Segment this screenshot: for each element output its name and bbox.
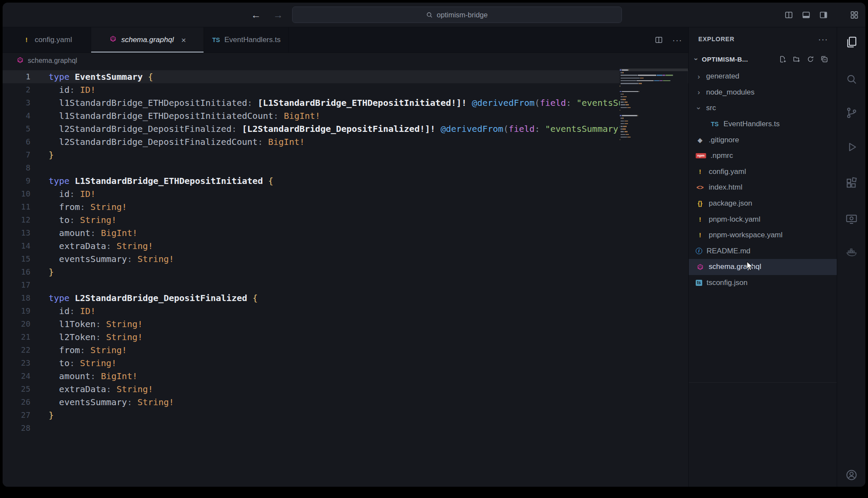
code-line-19[interactable]: id: ID! [3, 305, 688, 318]
chevron-down-icon: › [695, 105, 703, 111]
tree-item-label: node_modules [706, 88, 755, 97]
code-line-26[interactable]: eventsSummary: String! [3, 396, 688, 409]
tree-item-node_modules[interactable]: ›node_modules [689, 85, 837, 101]
search-icon[interactable] [845, 73, 858, 86]
tree-item-label: pnpm-lock.yaml [709, 215, 760, 224]
chevron-right-icon: › [696, 88, 702, 96]
breadcrumb[interactable]: schema.graphql [3, 53, 688, 69]
mouse-cursor [746, 261, 755, 273]
new-file-icon[interactable] [779, 56, 786, 63]
yaml-file-icon: ! [696, 169, 704, 175]
yaml-file-icon: ! [696, 216, 704, 223]
code-line-6[interactable]: l2StandardBridge_DepositFinalizedCount: … [3, 135, 688, 148]
tree-item-.gitignore[interactable]: ◆.gitignore [689, 132, 837, 148]
run-debug-icon[interactable] [845, 141, 858, 154]
code-line-1[interactable]: type EventsSummary { [3, 70, 688, 83]
code-line-4[interactable]: l1StandardBridge_ETHDepositInitiatedCoun… [3, 109, 688, 122]
code-line-3[interactable]: l1StandardBridge_ETHDepositInitiated: [L… [3, 96, 688, 109]
graphql-file-icon [108, 36, 117, 42]
refresh-icon[interactable] [807, 56, 814, 63]
tree-item-src[interactable]: ›src [689, 100, 837, 116]
command-center-search[interactable]: optimism-bridge [292, 7, 622, 23]
editor-region: ! config.yaml schema.graphql × TS EventH… [3, 27, 689, 487]
chevron-right-icon: › [696, 73, 702, 80]
tree-item-pnpm-workspace.yaml[interactable]: !pnpm-workspace.yaml [689, 227, 837, 243]
tab-config-yaml[interactable]: ! config.yaml [3, 27, 91, 52]
code-line-12[interactable]: to: String! [3, 213, 688, 226]
tab-label: config.yaml [35, 36, 72, 44]
tab-label: EventHandlers.ts [224, 36, 280, 44]
npm-file-icon: npm [696, 153, 706, 158]
remote-preview-icon[interactable] [845, 213, 858, 226]
code-line-5[interactable]: l2StandardBridge_DepositFinalized: [L2St… [3, 122, 688, 135]
workspace-section-header[interactable]: › OPTIMISM-B... [689, 51, 837, 67]
code-line-24[interactable]: amount: BigInt! [3, 370, 688, 383]
code-line-17[interactable] [3, 278, 688, 292]
code-line-27[interactable]: } [3, 409, 688, 422]
minimap-line [620, 141, 674, 144]
tree-item-tsconfig.json[interactable]: tstsconfig.json [689, 275, 837, 291]
tree-item-index.html[interactable]: <>index.html [689, 180, 837, 196]
tsconfig-file-icon: ts [696, 280, 702, 286]
extensions-icon[interactable] [845, 177, 858, 190]
code-line-16[interactable]: } [3, 265, 688, 278]
tree-item-label: pnpm-workspace.yaml [709, 231, 783, 239]
code-line-18[interactable]: type L2StandardBridge_DepositFinalized { [3, 292, 688, 305]
tab-schema-graphql[interactable]: schema.graphql × [91, 27, 204, 52]
git-file-icon: ◆ [696, 137, 704, 143]
sidebar-divider [689, 382, 837, 383]
explorer-more-actions-icon[interactable]: ··· [818, 35, 828, 43]
tree-item-label: README.md [707, 247, 750, 256]
code-line-28[interactable] [3, 422, 688, 435]
graphql-file-icon [16, 57, 24, 63]
tree-item-pnpm-lock.yaml[interactable]: !pnpm-lock.yaml [689, 211, 837, 227]
code-lines: type EventsSummary { id: ID! l1StandardB… [3, 70, 688, 435]
tree-item-.npmrc[interactable]: npm.npmrc [689, 148, 837, 164]
toggle-secondary-sidebar-icon[interactable] [819, 11, 828, 19]
minimap[interactable] [620, 69, 688, 487]
tree-item-label: .npmrc [710, 151, 733, 160]
code-line-11[interactable]: from: String! [3, 200, 688, 213]
new-folder-icon[interactable] [793, 56, 800, 63]
code-line-2[interactable]: id: ID! [3, 83, 688, 96]
tree-item-README.md[interactable]: iREADME.md [689, 243, 837, 259]
title-bar: ← → optimism-bridge [3, 3, 865, 27]
breadcrumb-file: schema.graphql [28, 57, 77, 65]
tree-item-label: tsconfig.json [707, 278, 748, 287]
code-line-23[interactable]: to: String! [3, 357, 688, 370]
tab-eventhandlers-ts[interactable]: TS EventHandlers.ts [204, 27, 289, 52]
code-line-13[interactable]: amount: BigInt! [3, 226, 688, 239]
code-line-9[interactable]: type L1StandardBridge_ETHDepositInitiate… [3, 174, 688, 187]
code-editor[interactable]: 1234567891011121314151617181920212223242… [3, 69, 688, 487]
more-actions-icon[interactable]: ··· [672, 36, 682, 44]
code-line-8[interactable] [3, 161, 688, 174]
tree-item-EventHandlers.ts[interactable]: TSEventHandlers.ts [689, 116, 837, 132]
customize-layout-icon[interactable] [850, 11, 858, 19]
tree-item-label: config.yaml [709, 167, 746, 176]
account-icon[interactable] [845, 469, 858, 482]
code-line-10[interactable]: id: ID! [3, 187, 688, 200]
code-line-20[interactable]: l1Token: String! [3, 318, 688, 331]
tab-label: schema.graphql [121, 36, 174, 44]
code-line-21[interactable]: l2Token: String! [3, 331, 688, 344]
collapse-folders-icon[interactable] [821, 56, 828, 63]
code-line-15[interactable]: eventsSummary: String! [3, 252, 688, 265]
code-line-22[interactable]: from: String! [3, 344, 688, 357]
split-editor-icon[interactable] [655, 36, 663, 44]
yaml-file-icon: ! [22, 37, 31, 43]
explorer-icon[interactable] [845, 36, 858, 49]
docker-icon[interactable] [845, 246, 858, 259]
source-control-icon[interactable] [845, 106, 858, 119]
close-tab-icon[interactable]: × [181, 36, 186, 44]
forward-arrow-icon[interactable]: → [273, 9, 283, 21]
split-editor-layout-icon[interactable] [785, 11, 793, 19]
tree-item-schema.graphql[interactable]: schema.graphql [689, 259, 837, 275]
tree-item-config.yaml[interactable]: !config.yaml [689, 164, 837, 180]
back-arrow-icon[interactable]: ← [251, 9, 261, 21]
code-line-7[interactable]: } [3, 148, 688, 161]
code-line-25[interactable]: extraData: String! [3, 383, 688, 396]
tree-item-package.json[interactable]: {}package.json [689, 196, 837, 212]
tree-item-generated[interactable]: ›generated [689, 69, 837, 85]
code-line-14[interactable]: extraData: String! [3, 239, 688, 252]
toggle-panel-icon[interactable] [802, 11, 810, 19]
